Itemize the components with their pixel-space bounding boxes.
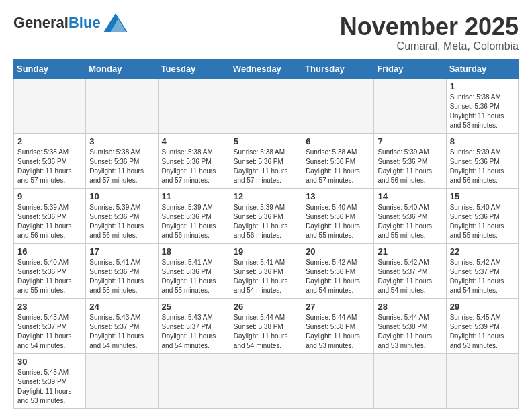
day-number: 13: [306, 191, 370, 201]
calendar-cell: 6Sunrise: 5:38 AMSunset: 5:36 PMDaylight…: [302, 133, 374, 188]
calendar-cell: 7Sunrise: 5:39 AMSunset: 5:36 PMDaylight…: [374, 133, 446, 188]
day-info: Sunrise: 5:40 AMSunset: 5:36 PMDaylight:…: [306, 203, 370, 240]
calendar-cell: [302, 78, 374, 133]
day-info: Sunrise: 5:40 AMSunset: 5:36 PMDaylight:…: [450, 203, 515, 240]
day-number: 30: [17, 357, 82, 367]
calendar-week-3: 9Sunrise: 5:39 AMSunset: 5:36 PMDaylight…: [14, 188, 519, 243]
calendar-cell: 19Sunrise: 5:41 AMSunset: 5:36 PMDayligh…: [230, 243, 302, 298]
day-number: 14: [378, 191, 442, 201]
day-info: Sunrise: 5:41 AMSunset: 5:36 PMDaylight:…: [89, 258, 154, 295]
day-info: Sunrise: 5:39 AMSunset: 5:36 PMDaylight:…: [17, 203, 82, 240]
weekday-header-tuesday: Tuesday: [158, 59, 230, 78]
day-number: 1: [450, 81, 515, 91]
calendar-cell: 27Sunrise: 5:44 AMSunset: 5:38 PMDayligh…: [302, 298, 374, 353]
calendar-cell: 24Sunrise: 5:43 AMSunset: 5:37 PMDayligh…: [86, 298, 158, 353]
calendar-cell: 18Sunrise: 5:41 AMSunset: 5:36 PMDayligh…: [158, 243, 230, 298]
day-number: 28: [378, 302, 442, 312]
day-number: 16: [17, 246, 82, 257]
weekday-header-monday: Monday: [86, 59, 158, 78]
calendar-week-6: 30Sunrise: 5:45 AMSunset: 5:39 PMDayligh…: [14, 353, 519, 408]
calendar-week-2: 2Sunrise: 5:38 AMSunset: 5:36 PMDaylight…: [14, 133, 519, 188]
weekday-header-thursday: Thursday: [302, 59, 374, 78]
calendar-cell: [230, 353, 302, 408]
calendar-cell: [158, 78, 230, 133]
day-info: Sunrise: 5:40 AMSunset: 5:36 PMDaylight:…: [378, 203, 442, 240]
day-info: Sunrise: 5:39 AMSunset: 5:36 PMDaylight:…: [162, 203, 226, 240]
calendar-cell: 26Sunrise: 5:44 AMSunset: 5:38 PMDayligh…: [230, 298, 302, 353]
calendar-cell: 20Sunrise: 5:42 AMSunset: 5:36 PMDayligh…: [302, 243, 374, 298]
day-number: 23: [17, 302, 82, 312]
calendar-cell: 14Sunrise: 5:40 AMSunset: 5:36 PMDayligh…: [374, 188, 446, 243]
location: Cumaral, Meta, Colombia: [340, 40, 519, 52]
day-info: Sunrise: 5:38 AMSunset: 5:36 PMDaylight:…: [450, 93, 515, 130]
calendar-cell: 1Sunrise: 5:38 AMSunset: 5:36 PMDaylight…: [446, 78, 518, 133]
day-number: 10: [89, 191, 154, 201]
day-number: 4: [162, 136, 226, 146]
day-number: 25: [162, 302, 226, 312]
day-info: Sunrise: 5:41 AMSunset: 5:36 PMDaylight:…: [234, 258, 298, 295]
calendar-cell: 10Sunrise: 5:39 AMSunset: 5:36 PMDayligh…: [86, 188, 158, 243]
calendar-cell: [158, 353, 230, 408]
calendar-cell: 5Sunrise: 5:38 AMSunset: 5:36 PMDaylight…: [230, 133, 302, 188]
day-number: 29: [450, 302, 515, 312]
day-info: Sunrise: 5:38 AMSunset: 5:36 PMDaylight:…: [306, 148, 370, 185]
day-number: 5: [234, 136, 298, 146]
logo-general-text: General: [13, 14, 69, 32]
day-number: 12: [234, 191, 298, 201]
day-number: 11: [162, 191, 226, 201]
day-info: Sunrise: 5:44 AMSunset: 5:38 PMDaylight:…: [234, 313, 298, 351]
calendar-cell: 8Sunrise: 5:39 AMSunset: 5:36 PMDaylight…: [446, 133, 518, 188]
day-info: Sunrise: 5:42 AMSunset: 5:36 PMDaylight:…: [306, 258, 370, 295]
calendar-cell: 13Sunrise: 5:40 AMSunset: 5:36 PMDayligh…: [302, 188, 374, 243]
day-info: Sunrise: 5:42 AMSunset: 5:37 PMDaylight:…: [450, 258, 515, 295]
day-info: Sunrise: 5:44 AMSunset: 5:38 PMDaylight:…: [306, 313, 370, 351]
calendar-cell: 17Sunrise: 5:41 AMSunset: 5:36 PMDayligh…: [86, 243, 158, 298]
weekday-header-friday: Friday: [374, 59, 446, 78]
weekday-header-sunday: Sunday: [14, 59, 86, 78]
calendar-cell: 21Sunrise: 5:42 AMSunset: 5:37 PMDayligh…: [374, 243, 446, 298]
calendar-cell: [302, 353, 374, 408]
day-info: Sunrise: 5:39 AMSunset: 5:36 PMDaylight:…: [89, 203, 154, 240]
day-number: 24: [89, 302, 154, 312]
day-info: Sunrise: 5:38 AMSunset: 5:36 PMDaylight:…: [17, 148, 82, 185]
weekday-header-saturday: Saturday: [446, 59, 518, 78]
day-info: Sunrise: 5:44 AMSunset: 5:38 PMDaylight:…: [378, 313, 442, 351]
calendar-cell: [230, 78, 302, 133]
calendar-cell: 4Sunrise: 5:38 AMSunset: 5:36 PMDaylight…: [158, 133, 230, 188]
day-info: Sunrise: 5:43 AMSunset: 5:37 PMDaylight:…: [17, 313, 82, 351]
day-number: 21: [378, 246, 442, 257]
day-info: Sunrise: 5:40 AMSunset: 5:36 PMDaylight:…: [17, 258, 82, 295]
calendar-cell: [14, 78, 86, 133]
day-number: 26: [234, 302, 298, 312]
day-info: Sunrise: 5:43 AMSunset: 5:37 PMDaylight:…: [162, 313, 226, 351]
calendar-cell: 16Sunrise: 5:40 AMSunset: 5:36 PMDayligh…: [14, 243, 86, 298]
day-info: Sunrise: 5:38 AMSunset: 5:36 PMDaylight:…: [162, 148, 226, 185]
day-info: Sunrise: 5:45 AMSunset: 5:39 PMDaylight:…: [450, 313, 515, 351]
calendar-cell: [374, 353, 446, 408]
logo-icon: [103, 13, 128, 32]
day-number: 18: [162, 246, 226, 257]
day-info: Sunrise: 5:42 AMSunset: 5:37 PMDaylight:…: [378, 258, 442, 295]
day-number: 27: [306, 302, 370, 312]
calendar-cell: 15Sunrise: 5:40 AMSunset: 5:36 PMDayligh…: [446, 188, 518, 243]
title-block: November 2025 Cumaral, Meta, Colombia: [340, 13, 519, 52]
day-info: Sunrise: 5:38 AMSunset: 5:36 PMDaylight:…: [234, 148, 298, 185]
day-number: 7: [378, 136, 442, 146]
calendar-cell: 11Sunrise: 5:39 AMSunset: 5:36 PMDayligh…: [158, 188, 230, 243]
day-info: Sunrise: 5:38 AMSunset: 5:36 PMDaylight:…: [89, 148, 154, 185]
day-number: 22: [450, 246, 515, 257]
day-number: 9: [17, 191, 82, 201]
calendar-cell: [374, 78, 446, 133]
day-number: 6: [306, 136, 370, 146]
calendar-cell: [86, 78, 158, 133]
calendar-cell: 28Sunrise: 5:44 AMSunset: 5:38 PMDayligh…: [374, 298, 446, 353]
calendar-week-1: 1Sunrise: 5:38 AMSunset: 5:36 PMDaylight…: [14, 78, 519, 133]
logo-blue-text: Blue: [69, 14, 101, 32]
page-header: General Blue November 2025 Cumaral, Meta…: [13, 13, 519, 52]
calendar-cell: 9Sunrise: 5:39 AMSunset: 5:36 PMDaylight…: [14, 188, 86, 243]
day-info: Sunrise: 5:39 AMSunset: 5:36 PMDaylight:…: [450, 148, 515, 185]
calendar-cell: 25Sunrise: 5:43 AMSunset: 5:37 PMDayligh…: [158, 298, 230, 353]
calendar-cell: 2Sunrise: 5:38 AMSunset: 5:36 PMDaylight…: [14, 133, 86, 188]
weekday-header-wednesday: Wednesday: [230, 59, 302, 78]
calendar-cell: 3Sunrise: 5:38 AMSunset: 5:36 PMDaylight…: [86, 133, 158, 188]
